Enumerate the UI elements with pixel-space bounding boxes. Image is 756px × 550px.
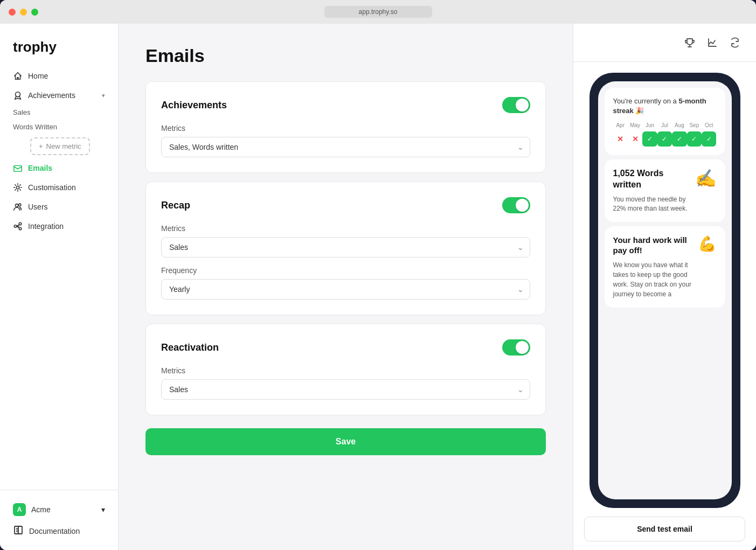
users-icon [13,202,23,212]
sidebar-bottom: A Acme ▾ Documentation [0,490,118,550]
chart-toolbar-button[interactable] [702,32,723,53]
phone-frame: You're currently on a 5-month streak 🎉 A… [589,73,740,508]
streak-text: You're currently on a 5-month streak 🎉 [613,96,717,116]
streak-icon-0: ✕ [613,131,628,147]
send-test-email-button[interactable]: Send test email [584,517,745,541]
motivation-body: We know you have what it takes to keep u… [613,260,693,299]
reactivation-metrics-select[interactable]: Sales [161,379,530,400]
sidebar-item-words-written[interactable]: Words Written [6,120,112,134]
streak-icon-3: ✓ [657,131,672,147]
achievements-card-title: Achievements [161,100,227,111]
streak-icons-row: ✕ ✕ ✓ ✓ ✓ ✓ ✓ [613,131,717,147]
recap-frequency-wrapper: Yearly ⌄ [161,279,530,300]
svg-point-3 [16,204,18,207]
right-panel: You're currently on a 5-month streak 🎉 A… [573,24,756,550]
recap-frequency-select[interactable]: Yearly [161,279,530,300]
chevron-down-icon: ▾ [101,505,105,514]
chevron-down-icon: ▾ [102,92,105,99]
reactivation-metrics-wrapper: Sales ⌄ [161,379,530,400]
achievements-card: Achievements Metrics Sales, Words writte… [145,81,546,173]
month-sep: Sep [687,122,702,128]
streak-icon-1: ✕ [628,131,642,147]
sidebar-item-integration[interactable]: Integration [6,217,112,236]
logo: trophy [0,24,118,66]
streak-card: You're currently on a 5-month streak 🎉 A… [605,88,725,155]
streak-icon-5: ✓ [687,131,702,147]
svg-point-0 [16,92,20,97]
recap-frequency-label: Frequency [161,266,530,275]
recap-metrics-wrapper: Sales ⌄ [161,237,530,257]
sidebar-item-integration-label: Integration [28,222,64,231]
toolbar [573,24,756,62]
customisation-icon [13,183,23,192]
month-jun: Jun [642,122,657,128]
maximize-button[interactable] [31,9,38,16]
words-card: 1,052 Words written You moved the needle… [605,159,725,221]
sidebar: trophy Home [0,24,119,550]
sidebar-item-documentation[interactable]: Documentation [6,520,112,541]
plus-icon: + [39,142,43,150]
recap-metrics-select[interactable]: Sales [161,237,530,257]
month-jul: Jul [657,122,672,128]
motivation-emoji: 💪 [698,235,717,253]
achievements-toggle[interactable] [502,97,530,113]
acme-label: Acme [31,505,51,514]
achievements-metrics-wrapper: Sales, Words written ⌄ [161,137,530,157]
traffic-lights [9,9,38,16]
sidebar-item-sales[interactable]: Sales [6,105,112,120]
main-content: Emails Achievements Metrics Sales, Words… [119,24,573,550]
month-may: May [628,122,642,128]
save-button[interactable]: Save [145,428,546,455]
app-body: trophy Home [0,24,756,550]
book-icon [13,525,24,537]
trophy-toolbar-button[interactable] [679,32,700,53]
motivation-inner: Your hard work will pay off! We know you… [613,235,717,299]
documentation-label: Documentation [29,527,80,535]
sidebar-item-achievements-label: Achievements [28,91,75,100]
months-row: Apr May Jun Jul Aug Sep Oct [613,122,717,128]
refresh-toolbar-button[interactable] [725,32,745,53]
reactivation-metrics-label: Metrics [161,366,530,375]
sidebar-item-customisation-label: Customisation [28,183,76,192]
month-apr: Apr [613,122,628,128]
url-bar[interactable]: app.trophy.so [324,6,432,18]
motivation-title: Your hard work will pay off! [613,235,693,256]
streak-emoji: 🎉 [635,107,644,115]
achievements-metrics-label: Metrics [161,124,530,133]
minimize-button[interactable] [20,9,27,16]
page-title: Emails [145,45,546,66]
acme-icon: A [13,503,26,516]
new-metric-label: New metric [46,142,81,150]
sidebar-item-home-label: Home [28,72,48,80]
achievements-metrics-select[interactable]: Sales, Words written [161,137,530,157]
recap-toggle[interactable] [502,197,530,213]
month-aug: Aug [672,122,686,128]
sidebar-item-acme[interactable]: A Acme ▾ [6,499,112,520]
reactivation-card-header: Reactivation [161,339,530,356]
streak-icon-4: ✓ [672,131,686,147]
words-title: 1,052 Words written [613,168,690,191]
month-oct: Oct [702,122,716,128]
motivation-card: Your hard work will pay off! We know you… [605,226,725,308]
integration-icon [13,221,23,231]
achievements-card-header: Achievements [161,97,530,113]
recap-metrics-label: Metrics [161,224,530,233]
words-desc: You moved the needle by 22% more than la… [613,195,690,213]
sidebar-item-emails[interactable]: Emails [6,158,112,178]
svg-point-6 [19,222,22,225]
sidebar-item-customisation[interactable]: Customisation [6,178,112,197]
sidebar-item-users-label: Users [28,203,48,211]
streak-icon-2: ✓ [642,131,657,147]
words-emoji: ✍️ [695,168,717,189]
achievements-icon [13,90,23,100]
reactivation-toggle[interactable] [502,339,530,356]
svg-point-4 [18,204,21,206]
sidebar-item-home[interactable]: Home [6,66,112,86]
close-button[interactable] [9,9,16,16]
new-metric-button[interactable]: + New metric [30,137,90,155]
sidebar-item-achievements[interactable]: Achievements ▾ [6,86,112,105]
nav-list: Home Achievements ▾ Sales Words Written [0,66,118,490]
sidebar-item-users[interactable]: Users [6,197,112,217]
recap-card-title: Recap [161,200,190,211]
recap-card-header: Recap [161,197,530,213]
